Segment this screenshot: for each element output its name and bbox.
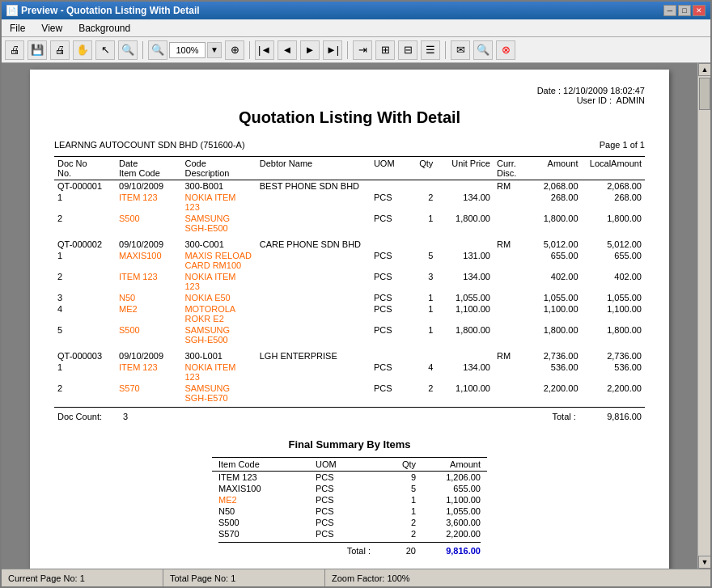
sum-item-amount: 3,600.00 — [422, 517, 487, 528]
item-code: S570 — [116, 383, 181, 404]
tb-first-page-button[interactable]: |◄ — [255, 40, 274, 60]
doc-code: 300-C001 — [181, 239, 256, 250]
date-label: Date : — [537, 86, 561, 95]
item-desc: MOTOROLA ROKR E2 — [181, 303, 256, 324]
item-unit-price: 134.00 — [436, 271, 494, 292]
doc-amount: 2,736.00 — [524, 350, 582, 362]
menu-background[interactable]: Background — [74, 21, 135, 36]
report-table: Doc No No. Date Item Code Code Descripti… — [54, 156, 645, 404]
maximize-button[interactable]: □ — [678, 5, 691, 16]
item-amount: 1,100.00 — [524, 303, 582, 324]
menu-bar: File View Background — [2, 19, 710, 37]
col-curr-disc: Curr. Disc. — [494, 157, 524, 180]
total-label: Total : — [523, 411, 579, 422]
sum-item-qty: 5 — [374, 483, 422, 494]
sum-item-amount: 655.00 — [422, 483, 487, 494]
item-qty: 3 — [405, 271, 436, 292]
zoom-dropdown-button[interactable]: ▼ — [207, 42, 222, 58]
item-unit-price: 131.00 — [436, 250, 494, 271]
item-code: S500 — [116, 324, 181, 345]
sum-total-qty: 20 — [374, 545, 422, 556]
close-button[interactable]: ✕ — [693, 5, 706, 16]
window-title: Preview - Quotation Listing With Detail — [21, 5, 200, 16]
tb-zoom-in-button[interactable]: 🔍 — [148, 40, 167, 60]
tb-last-page-button[interactable]: ►| — [323, 40, 342, 60]
tb-new-button[interactable]: 🖨 — [5, 40, 24, 60]
item-amount: 1,800.00 — [524, 213, 582, 234]
tb-print-button[interactable]: 🖨 — [50, 40, 70, 60]
tb-zoom-out-button[interactable]: 🔍 — [118, 40, 138, 60]
tb-prev-page-button[interactable]: ◄ — [278, 40, 297, 60]
item-amount: 1,055.00 — [524, 292, 582, 303]
scroll-track[interactable] — [698, 76, 710, 556]
sum-item-code: N50 — [212, 506, 309, 517]
tb-paste-button[interactable]: ⊟ — [398, 40, 417, 60]
item-uom: PCS — [371, 250, 405, 271]
tb-search-button[interactable]: 🔍 — [473, 40, 493, 60]
sum-item-code: S500 — [212, 517, 309, 528]
menu-file[interactable]: File — [5, 21, 30, 36]
col-uom: UOM — [371, 157, 405, 180]
report-scroll-area[interactable]: Date : 12/10/2009 18:02:47 User ID : ADM… — [2, 63, 697, 569]
sum-item-uom: PCS — [309, 528, 374, 539]
item-qty: 5 — [405, 250, 436, 271]
tb-copy-button[interactable]: ⊞ — [375, 40, 395, 60]
tb-stop-button[interactable]: ⊗ — [496, 40, 515, 60]
sum-item-qty: 1 — [374, 506, 422, 517]
doc-currency: RM — [494, 180, 524, 192]
tb-menu-button[interactable]: ☰ — [421, 40, 440, 60]
doc-currency: RM — [494, 239, 524, 250]
tb-open-button[interactable]: 💾 — [28, 40, 47, 60]
item-local-amount: 536.00 — [582, 362, 645, 383]
sum-item-uom: PCS — [309, 494, 374, 506]
doc-date: 09/10/2009 — [116, 350, 181, 362]
item-local-amount: 1,055.00 — [582, 292, 645, 303]
tb-next-page-button[interactable]: ► — [300, 40, 320, 60]
doc-code: 300-L001 — [181, 350, 256, 362]
sum-item-uom: PCS — [309, 472, 374, 484]
toolbar-separator-1 — [142, 41, 143, 59]
zoom-input[interactable] — [169, 42, 206, 58]
sum-total-label: Total : — [212, 545, 374, 556]
doc-count-value: 3 — [120, 411, 148, 422]
item-unit-price: 1,800.00 — [436, 213, 494, 234]
summary-table: Item Code UOM Qty Amount ITEM 123 PCS 9 … — [212, 457, 487, 556]
sum-item-code: MAXIS100 — [212, 483, 309, 494]
item-unit-price: 134.00 — [436, 362, 494, 383]
tb-export-button[interactable]: ⇥ — [353, 40, 372, 60]
doc-date: 09/10/2009 — [116, 239, 181, 250]
item-uom: PCS — [371, 213, 405, 234]
vertical-scrollbar: ▲ ▼ — [697, 63, 710, 569]
app-icon: 📄 — [6, 5, 18, 16]
doc-amount: 5,012.00 — [524, 239, 582, 250]
sum-item-amount: 1,055.00 — [422, 506, 487, 517]
minimize-button[interactable]: ─ — [663, 5, 676, 16]
tb-email-button[interactable]: ✉ — [451, 40, 470, 60]
status-total-page: Total Page No: 1 — [163, 569, 325, 586]
item-no: 5 — [54, 324, 116, 345]
tb-zoom-actual-button[interactable]: ⊕ — [225, 40, 244, 60]
item-row: 3 N50 NOKIA E50 PCS 1 1,055.00 1,055.00 … — [54, 292, 645, 303]
content-area: Date : 12/10/2009 18:02:47 User ID : ADM… — [2, 63, 710, 569]
item-qty: 2 — [405, 192, 436, 213]
status-bar: Current Page No: 1 Total Page No: 1 Zoom… — [2, 569, 710, 586]
zoom-control: 🔍 ▼ — [148, 40, 222, 60]
scroll-up-button[interactable]: ▲ — [698, 63, 710, 76]
scroll-thumb[interactable] — [699, 78, 710, 110]
sum-item-qty: 1 — [374, 494, 422, 506]
sum-col-amount: Amount — [422, 458, 487, 472]
sum-item-uom: PCS — [309, 517, 374, 528]
item-uom: PCS — [371, 271, 405, 292]
item-qty: 4 — [405, 362, 436, 383]
menu-view[interactable]: View — [36, 21, 67, 36]
item-code: ME2 — [116, 303, 181, 324]
scroll-down-button[interactable]: ▼ — [698, 556, 710, 569]
tb-hand-button[interactable]: ✋ — [73, 40, 92, 60]
sum-item-qty: 9 — [374, 472, 422, 484]
tb-cursor-button[interactable]: ↖ — [95, 40, 115, 60]
item-row: 2 S500 SAMSUNG SGH-E500 PCS 1 1,800.00 1… — [54, 213, 645, 234]
user-label: User ID : — [577, 95, 612, 105]
window-controls: ─ □ ✕ — [663, 5, 706, 16]
item-local-amount: 402.00 — [582, 271, 645, 292]
date-value: 12/10/2009 18:02:47 — [563, 86, 645, 95]
